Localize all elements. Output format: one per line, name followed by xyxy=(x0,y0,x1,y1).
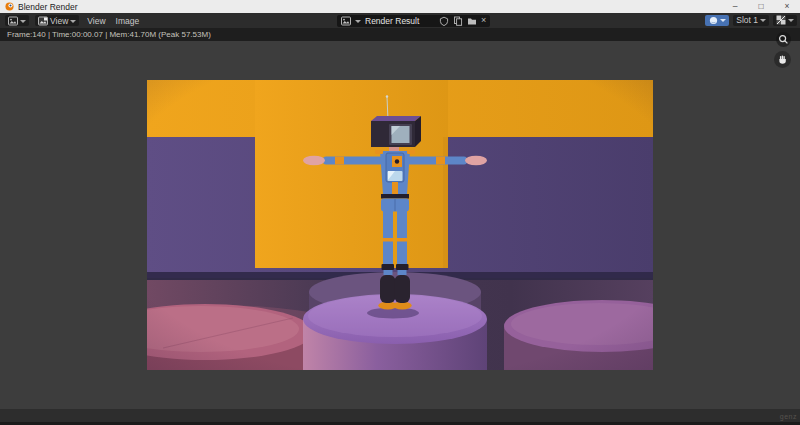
close-button[interactable]: × xyxy=(774,0,800,13)
image-editor-area xyxy=(0,41,800,409)
image-datablock-pill: Render Result × xyxy=(337,15,490,27)
browse-image-button[interactable] xyxy=(341,16,351,26)
render-stats-text: Frame:140 | Time:00:00.07 | Mem:41.70M (… xyxy=(7,30,211,39)
mode-dropdown[interactable]: View xyxy=(35,15,79,26)
pan-hand-button[interactable] xyxy=(774,51,791,68)
magnifier-icon xyxy=(778,34,789,45)
bottom-strip: genz xyxy=(0,409,800,425)
window-title: Blender Render xyxy=(18,2,78,12)
window-titlebar: Blender Render – □ × xyxy=(0,0,800,13)
chevron-down-icon xyxy=(760,19,766,22)
unlink-image-button[interactable]: × xyxy=(481,16,486,25)
render-slot-dropdown[interactable]: Slot 1 xyxy=(733,15,769,26)
chevron-down-icon xyxy=(720,19,726,22)
blender-logo-icon xyxy=(5,2,14,11)
watermark: genz xyxy=(780,413,797,420)
render-result-image xyxy=(147,80,653,370)
chevron-down-icon xyxy=(70,20,76,23)
fake-user-button[interactable] xyxy=(439,16,449,26)
render-pass-button[interactable] xyxy=(773,15,797,26)
chevron-down-icon xyxy=(788,19,794,22)
menu-image[interactable]: Image xyxy=(114,16,142,26)
duplicate-image-button[interactable] xyxy=(453,16,463,26)
mode-label: View xyxy=(50,16,68,26)
image-editor-header: View View Image Render Result xyxy=(0,13,800,28)
open-image-button[interactable] xyxy=(467,16,477,26)
zoom-button[interactable] xyxy=(776,32,791,47)
image-editor-icon xyxy=(8,16,18,26)
blender-render-window: Blender Render – □ × View View Im xyxy=(0,0,800,425)
display-channels-button[interactable] xyxy=(705,15,729,26)
hand-icon xyxy=(777,54,788,65)
color-sphere-icon xyxy=(708,15,718,25)
vignette xyxy=(147,80,653,370)
minimize-button[interactable]: – xyxy=(722,0,748,13)
view-mode-icon xyxy=(38,16,48,26)
chevron-down-icon xyxy=(355,20,361,23)
menu-view[interactable]: View xyxy=(85,16,107,26)
image-name-field[interactable]: Render Result xyxy=(365,16,435,26)
maximize-button[interactable]: □ xyxy=(748,0,774,13)
slot-label: Slot 1 xyxy=(736,15,758,25)
render-pass-icon xyxy=(776,15,786,25)
chevron-down-icon xyxy=(20,20,26,23)
editor-type-button[interactable] xyxy=(5,15,29,26)
render-stats-bar: Frame:140 | Time:00:00.07 | Mem:41.70M (… xyxy=(0,28,800,41)
